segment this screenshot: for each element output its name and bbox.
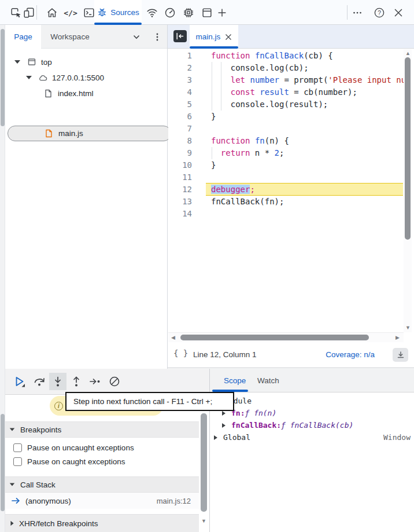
editor-horizontal-scrollbar[interactable]: ◀ ▶ bbox=[168, 332, 404, 342]
application-icon[interactable] bbox=[200, 6, 214, 20]
deactivate-breakpoints-button[interactable] bbox=[106, 373, 123, 390]
scrollbar-thumb[interactable] bbox=[180, 335, 369, 340]
close-icon[interactable] bbox=[391, 6, 405, 20]
code-line[interactable]: function fnCallBack(cb) { bbox=[211, 50, 404, 62]
kebab-menu-icon[interactable] bbox=[152, 32, 162, 42]
expand-arrow-icon[interactable] bbox=[222, 423, 226, 428]
code-line[interactable] bbox=[211, 208, 404, 220]
code-line[interactable]: console.log(result); bbox=[211, 98, 404, 111]
callstack-section-header[interactable]: Call Stack bbox=[5, 476, 199, 493]
code-line[interactable]: function fn(n) { bbox=[211, 135, 404, 147]
collapse-arrow-icon[interactable] bbox=[10, 483, 15, 486]
scroll-up-icon[interactable]: ▲ bbox=[405, 51, 411, 56]
tab-page[interactable]: Page bbox=[5, 25, 41, 49]
breakpoints-section-header[interactable]: Breakpoints bbox=[5, 421, 199, 438]
scroll-down-icon[interactable]: ▼ bbox=[201, 518, 206, 524]
code-lines[interactable]: function fnCallBack(cb) { console.log(cb… bbox=[211, 50, 404, 220]
scope-section-module[interactable]: Module bbox=[210, 395, 414, 407]
line-number[interactable]: 7 bbox=[168, 123, 192, 135]
pause-caught-checkbox[interactable] bbox=[13, 457, 22, 466]
line-number[interactable]: 2 bbox=[168, 62, 192, 74]
code-editor[interactable]: 1234567891011121314 function fnCallBack(… bbox=[168, 49, 404, 332]
tab-scope[interactable]: Scope bbox=[217, 369, 253, 392]
line-number[interactable]: 5 bbox=[168, 98, 192, 111]
code-line[interactable]: let number = prompt('Please input nu bbox=[211, 74, 404, 86]
step-out-button[interactable] bbox=[68, 373, 85, 390]
close-tab-icon[interactable] bbox=[225, 34, 232, 41]
scroll-left-icon[interactable]: ◀ bbox=[171, 335, 175, 340]
help-icon[interactable]: ? bbox=[372, 6, 386, 20]
line-number[interactable]: 9 bbox=[168, 147, 192, 159]
expand-arrow-icon[interactable] bbox=[214, 435, 217, 440]
scope-var-fn[interactable]: fn: ƒ fn(n) bbox=[210, 407, 414, 419]
elements-icon[interactable]: </> bbox=[64, 6, 77, 20]
step-button[interactable] bbox=[86, 373, 104, 390]
expand-arrow-icon[interactable] bbox=[10, 521, 13, 526]
resume-button[interactable] bbox=[11, 373, 28, 390]
line-number-gutter[interactable]: 1234567891011121314 bbox=[168, 50, 192, 220]
line-number[interactable]: 6 bbox=[168, 111, 192, 123]
memory-icon[interactable] bbox=[182, 6, 195, 20]
pause-caught-row[interactable]: Pause on caught exceptions bbox=[5, 454, 199, 468]
code-line[interactable]: } bbox=[211, 111, 404, 123]
more-options-icon[interactable] bbox=[350, 6, 364, 20]
line-number[interactable]: 12 bbox=[168, 184, 192, 196]
page-scrollbar-strip[interactable] bbox=[0, 25, 5, 532]
scroll-right-icon[interactable]: ▶ bbox=[395, 335, 400, 340]
code-line[interactable] bbox=[211, 171, 404, 184]
callstack-frame-row[interactable]: (anonymous) main.js:12 bbox=[5, 493, 199, 509]
chevron-down-icon[interactable] bbox=[131, 32, 142, 42]
code-line[interactable]: debugger; bbox=[211, 184, 404, 196]
editor-tab-main-js[interactable]: main.js bbox=[190, 25, 238, 49]
line-number[interactable]: 4 bbox=[168, 86, 192, 98]
scope-section-global[interactable]: Global Window bbox=[210, 431, 414, 443]
line-number[interactable]: 11 bbox=[168, 171, 192, 184]
code-line[interactable]: return n * 2; bbox=[211, 147, 404, 159]
code-token: n * bbox=[250, 148, 274, 157]
collapse-arrow-icon[interactable] bbox=[10, 428, 15, 431]
code-line[interactable] bbox=[211, 123, 404, 135]
expand-arrow-icon[interactable] bbox=[26, 76, 32, 79]
tab-watch[interactable]: Watch bbox=[250, 369, 286, 392]
scope-var-fncallback[interactable]: fnCallBack: ƒ fnCallBack(cb) bbox=[210, 419, 414, 431]
expand-arrow-icon[interactable] bbox=[14, 60, 20, 64]
coverage-link[interactable]: Coverage: n/a bbox=[326, 350, 375, 359]
hide-navigator-icon[interactable] bbox=[173, 30, 187, 42]
tree-item-origin[interactable]: 127.0.0.1:5500 bbox=[5, 70, 167, 85]
inspect-icon[interactable] bbox=[9, 6, 23, 20]
sidebar-scrollbar-thumb[interactable] bbox=[201, 413, 207, 512]
xhr-breakpoints-section-header[interactable]: XHR/fetch Breakpoints bbox=[5, 514, 199, 532]
line-number[interactable]: 8 bbox=[168, 135, 192, 147]
home-icon[interactable] bbox=[45, 6, 59, 20]
line-number[interactable]: 14 bbox=[168, 208, 192, 220]
scrollbar-thumb[interactable] bbox=[405, 57, 411, 240]
code-line[interactable]: fnCallBack(fn); bbox=[211, 196, 404, 208]
scrollbar-thumb[interactable] bbox=[1, 414, 5, 511]
scroll-down-icon[interactable]: ▼ bbox=[405, 325, 411, 331]
line-number[interactable]: 13 bbox=[168, 196, 192, 208]
pause-uncaught-checkbox[interactable] bbox=[13, 443, 22, 452]
tab-sources[interactable]: Sources bbox=[94, 0, 142, 24]
line-number[interactable]: 1 bbox=[168, 50, 192, 62]
pretty-print-button[interactable]: { } bbox=[173, 348, 188, 358]
tab-workspace[interactable]: Workspace bbox=[41, 25, 99, 49]
step-into-button[interactable] bbox=[49, 373, 66, 390]
tree-item-top-frame[interactable]: top bbox=[5, 54, 167, 69]
code-line[interactable]: const result = cb(number); bbox=[211, 86, 404, 98]
editor-vertical-scrollbar[interactable]: ▲ ▼ bbox=[404, 49, 412, 332]
network-icon[interactable] bbox=[145, 6, 159, 20]
pause-uncaught-row[interactable]: Pause on uncaught exceptions bbox=[5, 441, 199, 454]
line-number[interactable]: 3 bbox=[168, 74, 192, 86]
device-emulation-icon[interactable] bbox=[22, 6, 36, 20]
download-icon[interactable] bbox=[393, 348, 408, 362]
step-over-button[interactable] bbox=[31, 373, 48, 390]
scrollbar-thumb[interactable] bbox=[1, 29, 5, 126]
tree-item-index-html[interactable]: index.html bbox=[5, 86, 167, 101]
code-line[interactable]: console.log(cb); bbox=[211, 62, 404, 74]
tree-item-main-js-selected[interactable]: main.js bbox=[8, 126, 171, 141]
more-tabs-icon[interactable] bbox=[215, 6, 229, 20]
performance-icon[interactable] bbox=[163, 6, 177, 20]
code-line[interactable]: } bbox=[211, 159, 404, 171]
expand-arrow-icon[interactable] bbox=[222, 411, 226, 416]
line-number[interactable]: 10 bbox=[168, 159, 192, 171]
